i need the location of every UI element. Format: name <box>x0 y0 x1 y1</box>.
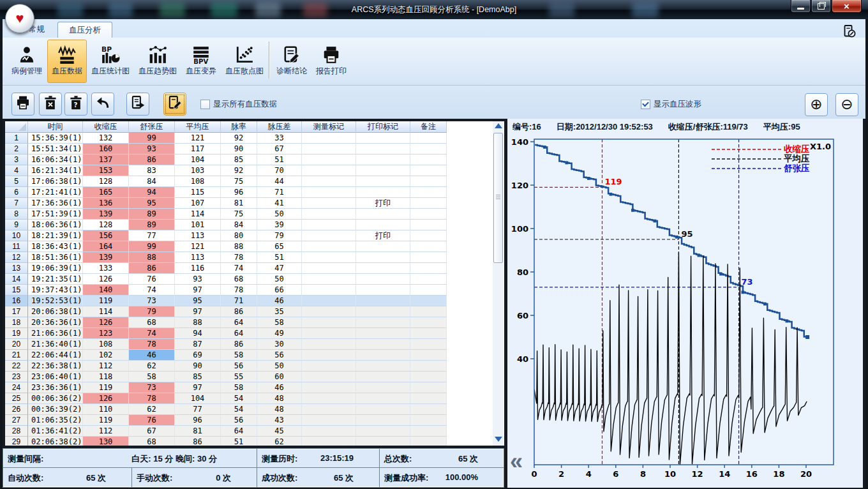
table-row[interactable]: 1619:52:53(1)11973957146 <box>5 296 458 306</box>
summary-value: 100.00% <box>445 472 478 482</box>
cell-mean-pressure: 113 <box>175 252 221 263</box>
export-button[interactable] <box>126 93 149 116</box>
table-row[interactable]: 1118:36:43(1)164991218865 <box>5 241 458 252</box>
table-row[interactable]: 2122:06:44(1)10246695856 <box>5 350 458 361</box>
column-header-note[interactable]: 备注 <box>410 121 447 133</box>
table-row[interactable]: 2701:06:35(2)11976965643 <box>5 415 458 426</box>
scroll-up-icon[interactable] <box>495 123 502 128</box>
ribbon-item-diagnosis[interactable]: 诊断结论 <box>272 40 311 83</box>
app-logo-button[interactable]: ♥ <box>5 4 34 33</box>
table-row[interactable]: 1018:21:39(1)156771138079打印 <box>5 230 458 241</box>
ribbon-item-bp-scatter[interactable]: 血压散点图 <box>221 40 268 83</box>
table-row[interactable]: 2500:06:36(2)126781045448 <box>5 393 458 404</box>
cell-time: 18:36:43(1) <box>28 241 83 252</box>
delete-unknown-button[interactable]: ? <box>64 93 87 116</box>
column-header-print-mark[interactable]: 打印标记 <box>356 121 410 133</box>
table-row[interactable]: 1218:51:36(1)139881137851 <box>5 252 458 263</box>
edit-button[interactable] <box>163 93 186 116</box>
cell-mean-pressure: 93 <box>175 274 221 285</box>
cell-mean-pressure: 87 <box>175 339 221 350</box>
table-row[interactable]: 617:21:41(1)165941159671 <box>5 187 458 198</box>
cell-print-mark: 打印 <box>356 198 410 209</box>
minimize-button[interactable] <box>791 0 811 13</box>
column-header-diastolic[interactable]: 舒张压 <box>129 121 175 133</box>
cell-pulse-rate: 84 <box>221 220 257 230</box>
bp-waveform-panel: 编号:16 日期:2012/12/30 19:52:53 收缩压/舒张压:119… <box>507 119 863 488</box>
ribbon-item-bp-data[interactable]: 血压数据 <box>47 40 87 83</box>
collapse-panel-button[interactable]: « <box>510 451 523 472</box>
show-all-bp-data-checkbox[interactable]: 显示所有血压数据 <box>200 99 277 110</box>
ribbon-item-bp-variability[interactable]: BPV血压变异 <box>181 40 221 83</box>
table-row[interactable]: 316:06:34(1)137861048551 <box>5 154 458 165</box>
cell-measure-mark <box>302 437 356 446</box>
ribbon-item-report-print[interactable]: 报告打印 <box>311 40 351 83</box>
cell-time: 01:36:41(2) <box>28 426 83 437</box>
table-row[interactable]: 1720:06:38(1)11479978635 <box>5 306 458 317</box>
table-row[interactable]: 2222:36:38(1)11262905650 <box>5 361 458 372</box>
table-row[interactable]: 817:51:39(1)139891147550 <box>5 209 458 220</box>
cell-systolic: 165 <box>83 187 129 198</box>
cell-pulse-pressure: 39 <box>257 220 302 230</box>
close-icon: × <box>844 1 849 11</box>
cell-time: 19:52:53(1) <box>28 296 83 306</box>
tab-bp-analysis[interactable]: 血压分析 <box>57 22 112 38</box>
cell-pulse-pressure: 41 <box>257 198 302 209</box>
cell-pulse-rate: 88 <box>221 241 257 252</box>
table-row[interactable]: 416:21:34(1)153831039270 <box>5 165 458 176</box>
column-header-measure-mark[interactable]: 测量标记 <box>302 121 356 133</box>
column-header-systolic[interactable]: 收缩压 <box>83 121 129 133</box>
table-row[interactable]: 2423:36:36(1)11973975846 <box>5 382 458 393</box>
ribbon-item-bp-trend[interactable]: 血压趋势图 <box>134 40 181 83</box>
cell-pulse-pressure: 66 <box>257 285 302 296</box>
table-row[interactable]: 1820:36:36(1)12668886458 <box>5 317 458 328</box>
close-document-icon[interactable] <box>842 24 857 38</box>
print-button[interactable] <box>11 93 34 116</box>
cell-pulse-rate: 56 <box>221 415 257 426</box>
cell-pulse-pressure: 48 <box>257 404 302 415</box>
cell-row-number: 11 <box>5 241 28 252</box>
summary-label: 测量间隔: <box>8 453 43 465</box>
restore-button[interactable] <box>811 0 831 13</box>
table-row[interactable]: 115:36:39(1)132991219233 <box>5 133 458 144</box>
table-row[interactable]: 517:06:38(1)128841087544 <box>5 176 458 187</box>
zoom-out-button[interactable]: ⊖ <box>835 93 858 116</box>
cell-row-number: 26 <box>5 404 28 415</box>
table-row[interactable]: 2021:36:40(1)10878878630 <box>5 339 458 350</box>
cell-diastolic: 83 <box>129 165 175 176</box>
table-scrollbar[interactable] <box>493 121 504 446</box>
table-row[interactable]: 2600:36:39(2)11062775448 <box>5 404 458 415</box>
table-row[interactable]: 1921:06:36(1)12374946449 <box>5 328 458 339</box>
zoom-in-button[interactable]: ⊕ <box>805 93 828 116</box>
cell-row-number: 7 <box>5 198 28 209</box>
table-row[interactable]: 918:06:36(1)128891018439 <box>5 220 458 230</box>
undo-button[interactable] <box>91 93 114 116</box>
cell-pulse-rate: 55 <box>221 372 257 382</box>
scrollbar-thumb[interactable] <box>493 133 503 263</box>
record-id: 编号:16 <box>513 121 541 133</box>
cell-pulse-rate: 92 <box>221 133 257 144</box>
cell-diastolic: 78 <box>129 339 175 350</box>
column-header-row-number[interactable] <box>5 121 28 133</box>
column-header-pulse-pressure[interactable]: 脉压差 <box>257 121 302 133</box>
ribbon-item-bp-statistics[interactable]: BP血压统计图 <box>87 40 134 83</box>
delete-button[interactable] <box>39 93 62 116</box>
close-button[interactable]: × <box>832 0 862 13</box>
column-header-pulse-rate[interactable]: 脉率 <box>221 121 257 133</box>
column-header-time[interactable]: 时间 <box>28 121 83 133</box>
show-bp-waveform-checkbox[interactable]: 显示血压波形 <box>641 99 701 110</box>
table-row[interactable]: 1419:21:35(1)12676936850 <box>5 274 458 285</box>
column-header-mean-pressure[interactable]: 平均压 <box>175 121 221 133</box>
table-row[interactable]: 1519:37:43(1)14074977866 <box>5 285 458 296</box>
cell-mean-pressure: 97 <box>175 306 221 317</box>
table-row[interactable]: 2323:06:40(1)11858855560 <box>5 372 458 382</box>
cell-systolic: 160 <box>83 144 129 154</box>
cell-pulse-rate: 96 <box>221 187 257 198</box>
cell-mean-pressure: 101 <box>175 220 221 230</box>
table-row[interactable]: 1319:06:39(1)133861167447 <box>5 263 458 274</box>
table-row[interactable]: 215:51:34(1)160931179067 <box>5 144 458 154</box>
ribbon-item-case-management[interactable]: 病例管理 <box>6 40 47 83</box>
table-row[interactable]: 2801:36:41(2)11267816445 <box>5 426 458 437</box>
table-row[interactable]: 2902:06:38(2)13068865162 <box>5 437 458 446</box>
table-row[interactable]: 717:36:36(1)136951078141打印 <box>5 198 458 209</box>
scroll-down-icon[interactable] <box>495 437 502 442</box>
